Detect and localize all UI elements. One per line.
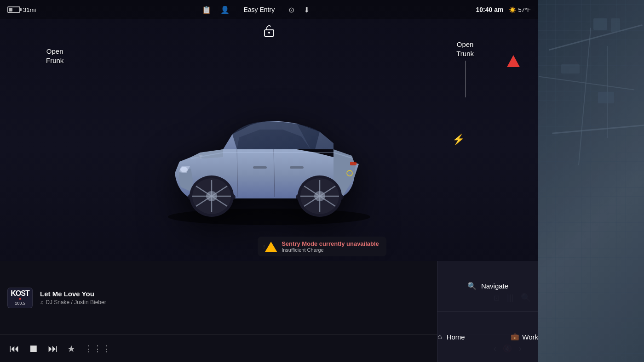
navigate-button[interactable]: 🔍 Navigate xyxy=(437,261,538,312)
battery-indicator: 31mi xyxy=(7,6,36,13)
station-freq: 103.5 xyxy=(15,301,25,305)
svg-point-14 xyxy=(206,191,217,201)
clipboard-icon[interactable]: 📋 xyxy=(202,6,211,14)
skip-back-button[interactable]: ⏮ xyxy=(9,343,19,355)
briefcase-icon: 💼 xyxy=(511,333,519,341)
open-trunk-line2: Trunk xyxy=(456,50,474,57)
status-center: 📋 👤 Easy Entry ⊙ ⬇ xyxy=(36,4,476,15)
download-icon[interactable]: ⬇ xyxy=(304,6,310,14)
song-artist: ♫ DJ Snake / Justin Bieber xyxy=(40,299,486,305)
profile-icon[interactable]: 👤 xyxy=(220,6,230,14)
svg-point-1 xyxy=(268,32,270,34)
status-bar: 31mi 📋 👤 Easy Entry ⊙ ⬇ 10:40 am ☀️ 57°F xyxy=(0,0,538,19)
clock: 10:40 am xyxy=(476,6,503,13)
open-frunk-line1: Open xyxy=(46,47,63,55)
sentry-text: Sentry Mode currently unavailable Insuff… xyxy=(282,240,379,253)
status-right: 10:40 am ☀️ 57°F xyxy=(476,6,531,13)
navigation-panel: 🔍 Navigate ⌂ Home 💼 Work xyxy=(437,261,538,362)
temperature: 57°F xyxy=(518,6,531,13)
svg-point-22 xyxy=(314,191,325,201)
battery-label: 31mi xyxy=(23,6,36,13)
tesla-screen: 31mi 📋 👤 Easy Entry ⊙ ⬇ 10:40 am ☀️ 57°F xyxy=(0,0,644,362)
weather-display: ☀️ 57°F xyxy=(509,6,531,13)
svg-rect-6 xyxy=(290,166,304,169)
sun-icon: ☀️ xyxy=(509,6,516,13)
easy-entry-button[interactable]: Easy Entry xyxy=(239,4,279,15)
station-name: KOST xyxy=(11,290,29,297)
home-label: Home xyxy=(447,333,465,341)
sentry-subtitle: Insufficient Charge xyxy=(282,247,379,253)
map-panel[interactable] xyxy=(538,0,644,362)
open-trunk-button[interactable]: Open Trunk xyxy=(456,40,474,97)
play-controls-group: ⏮ ⏹ ⏭ ★ ⋮⋮⋮ xyxy=(9,343,111,355)
radio-station-logo[interactable]: KOST ♥ 103.5 xyxy=(7,288,33,308)
svg-rect-24 xyxy=(350,162,356,165)
home-nav-button[interactable]: ⌂ Home 💼 Work xyxy=(437,312,538,362)
open-frunk-line2: Frunk xyxy=(46,57,63,64)
lock-icon[interactable] xyxy=(263,24,275,39)
navigate-label: Navigate xyxy=(481,282,508,290)
nav-direction-arrow[interactable] xyxy=(507,55,520,67)
sentry-warning: ! Sentry Mode currently unavailable Insu… xyxy=(258,237,386,256)
open-trunk-line1: Open xyxy=(457,40,474,48)
song-info: Let Me Love You ♫ DJ Snake / Justin Bieb… xyxy=(40,290,486,305)
open-frunk-button[interactable]: Open Frunk xyxy=(46,47,63,118)
music-note-icon: ♫ xyxy=(40,300,44,305)
warning-triangle-icon: ! xyxy=(265,242,277,252)
stop-button[interactable]: ⏹ xyxy=(29,343,39,355)
easy-entry-label: Easy Entry xyxy=(243,6,275,13)
svg-rect-5 xyxy=(253,166,267,169)
song-title: Let Me Love You xyxy=(40,290,486,298)
skip-forward-button[interactable]: ⏭ xyxy=(48,343,58,355)
car-visualization-area: Open Frunk Open Trunk xyxy=(0,19,538,261)
sentry-title: Sentry Mode currently unavailable xyxy=(282,240,379,247)
artist-name: DJ Snake / Justin Bieber xyxy=(46,299,106,305)
charge-icon: ⚡ xyxy=(452,134,465,146)
home-icon: ⌂ xyxy=(437,333,442,341)
work-group: 💼 Work xyxy=(511,333,538,341)
record-icon[interactable]: ⊙ xyxy=(288,6,294,14)
battery-icon xyxy=(7,6,20,13)
car-image: T xyxy=(140,81,398,228)
equalizer-button[interactable]: ⋮⋮⋮ xyxy=(85,344,111,354)
work-label: Work xyxy=(522,333,538,341)
favorite-button[interactable]: ★ xyxy=(67,343,75,354)
search-nav-icon: 🔍 xyxy=(467,282,477,290)
svg-point-23 xyxy=(180,167,188,172)
